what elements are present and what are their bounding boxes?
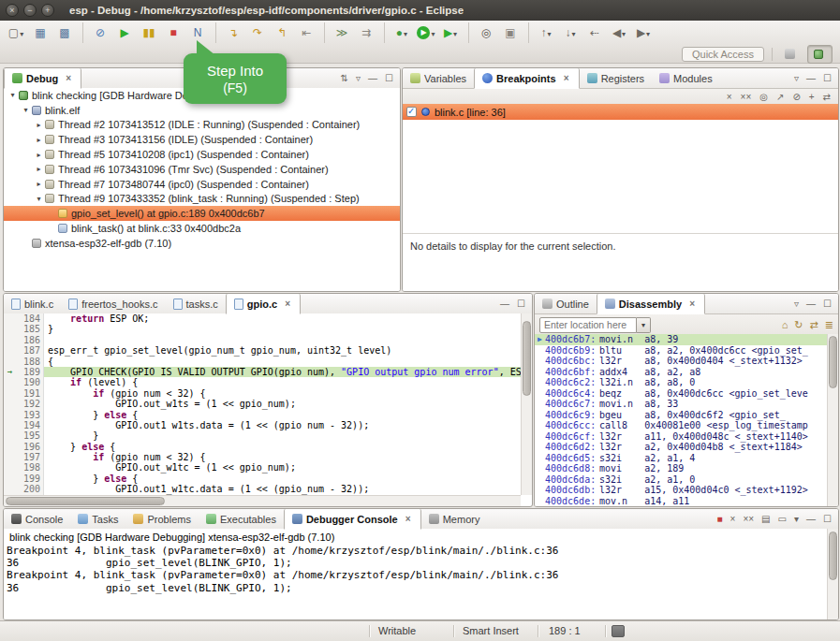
progress-monitor-icon[interactable] xyxy=(612,625,625,637)
dropdown-arrow-icon[interactable] xyxy=(453,27,457,38)
twisty-icon[interactable]: ▸ xyxy=(34,165,44,173)
scrollbar-thumb[interactable] xyxy=(523,321,531,396)
line-marker[interactable] xyxy=(4,399,16,409)
link-with-active-context-icon[interactable]: ⇄ xyxy=(810,320,818,329)
dropdown-arrow-icon[interactable] xyxy=(547,27,551,38)
disassembly-vertical-scrollbar[interactable] xyxy=(827,334,838,506)
tab-memory[interactable]: Memory xyxy=(421,509,488,529)
tab-outline[interactable]: Outline xyxy=(535,294,597,313)
maximize-icon[interactable]: ☐ xyxy=(517,299,525,309)
open-console-dropdown-icon[interactable]: ▾ xyxy=(794,515,799,524)
disassembly-line[interactable]: 400dc6b9: bltu a8, a2, 0x400dc6cc <gpio_… xyxy=(535,345,827,357)
line-marker[interactable] xyxy=(4,313,16,324)
code-line[interactable]: 194 GPIO.out1_w1ts.data = (1 << (gpio_nu… xyxy=(4,420,521,430)
dropdown-arrow-icon[interactable] xyxy=(20,27,23,38)
editor-code-area[interactable]: 184 return ESP_OK; 185 } 186 xyxy=(4,313,521,495)
breakpoint-checkbox[interactable] xyxy=(406,107,417,117)
dropdown-arrow-icon[interactable] xyxy=(571,27,575,38)
tab-debugger-console[interactable]: Debugger Console xyxy=(284,509,421,530)
tab-registers[interactable]: Registers xyxy=(580,68,652,88)
dropdown-arrow-icon[interactable] xyxy=(622,27,626,38)
disassembly-line[interactable]: 400dc6da: s32i a2, a1, 0 xyxy=(535,474,827,486)
terminate-icon[interactable]: ■ xyxy=(717,515,723,524)
minimize-icon[interactable]: — xyxy=(806,299,816,309)
remove-all-breakpoints-icon[interactable]: ×× xyxy=(741,93,752,102)
window-maximize-button[interactable]: + xyxy=(41,4,54,17)
step-into-button[interactable]: ↴ xyxy=(215,22,244,43)
location-dropdown-icon[interactable] xyxy=(637,317,651,333)
dropdown-arrow-icon[interactable] xyxy=(404,27,407,38)
code-line[interactable]: 184 return ESP_OK; xyxy=(4,313,521,324)
open-perspective-button[interactable] xyxy=(780,46,800,63)
twisty-icon[interactable]: ▸ xyxy=(34,180,44,188)
twisty-icon[interactable]: ▸ xyxy=(34,121,44,129)
thread-item[interactable]: ▾ Thread #9 1073433352 (blink_task : Run… xyxy=(4,192,400,207)
code-line[interactable]: 200 GPIO.out1_w1tc.data = (1 << (gpio_nu… xyxy=(4,484,521,494)
last-edit-location-button[interactable]: ⇠ xyxy=(583,22,606,43)
maximize-icon[interactable]: ☐ xyxy=(823,74,832,83)
line-marker[interactable]: → xyxy=(4,367,16,377)
stack-frame-item[interactable]: blink_task() at blink.c:33 0x400dbc2a xyxy=(4,221,400,236)
tab-tasks[interactable]: Tasks xyxy=(70,509,125,529)
clear-console-icon[interactable]: ▤ xyxy=(761,515,770,524)
location-input[interactable] xyxy=(539,317,637,333)
show-source-icon[interactable]: ≣ xyxy=(825,320,833,329)
disassembly-line[interactable]: 400dc6bf: addx4 a8, a2, a8 xyxy=(535,367,827,378)
line-marker[interactable] xyxy=(4,357,16,367)
code-line[interactable]: 192 GPIO.out_w1ts = (1 << gpio_num); xyxy=(4,399,521,409)
tab-breakpoints[interactable]: Breakpoints xyxy=(474,68,580,89)
window-close-button[interactable]: × xyxy=(6,4,19,17)
tab-close-icon[interactable] xyxy=(687,299,697,309)
tab-close-icon[interactable] xyxy=(562,73,571,83)
thread-item[interactable]: ▸ Thread #6 1073431096 (Tmr Svc) (Suspen… xyxy=(4,162,400,177)
link-with-debug-icon[interactable]: ⇄ xyxy=(823,93,831,102)
code-line[interactable]: 188 { xyxy=(4,357,521,367)
line-marker[interactable] xyxy=(4,430,16,441)
tab-disassembly[interactable]: Disassembly xyxy=(597,294,705,314)
drop-to-frame-button[interactable]: ⇤ xyxy=(295,22,317,43)
line-marker[interactable] xyxy=(4,377,16,387)
view-menu-icon[interactable]: ▿ xyxy=(794,74,799,83)
tab-tasks-c[interactable]: tasks.c xyxy=(166,294,226,313)
tab-problems[interactable]: Problems xyxy=(125,509,198,529)
skip-all-breakpoints-button[interactable]: ⊘ xyxy=(82,22,111,43)
refresh-icon[interactable]: ↻ xyxy=(794,320,803,329)
tab-debug[interactable]: Debug xyxy=(4,68,81,89)
forward-history-button[interactable]: ▶ xyxy=(632,22,655,43)
code-line[interactable]: 187 esp_err_t gpio_set_level(gpio_num_t … xyxy=(4,345,521,356)
disassembly-line[interactable]: 400dc6de: mov.n a14, a11 xyxy=(535,496,827,507)
remove-launch-icon[interactable]: × xyxy=(730,515,736,524)
dropdown-arrow-icon[interactable] xyxy=(431,27,435,38)
maximize-icon[interactable]: ☐ xyxy=(823,299,832,309)
tab-modules[interactable]: Modules xyxy=(652,68,720,88)
line-marker[interactable] xyxy=(4,473,16,484)
tab-console[interactable]: Console xyxy=(4,509,70,529)
disassembly-listing[interactable]: ▶ 400dc6b7: movi.n a8, 39 400dc6b9: bltu… xyxy=(535,334,827,506)
line-marker[interactable] xyxy=(4,345,16,356)
search-button[interactable]: ◎ xyxy=(468,22,497,43)
code-line[interactable]: → 189 GPIO_CHECK(GPIO_IS_VALID_OUTPUT_GP… xyxy=(4,367,521,377)
twisty-icon[interactable]: ▾ xyxy=(7,91,18,99)
console-output[interactable]: blink checking [GDB Hardware Debugging] … xyxy=(4,529,827,619)
minimize-icon[interactable]: — xyxy=(368,74,377,83)
editor-horizontal-scrollbar[interactable] xyxy=(4,495,521,506)
code-line[interactable]: 191 if (gpio_num < 32) { xyxy=(4,388,521,399)
tab-blink-c[interactable]: blink.c xyxy=(4,294,61,313)
display-selected-console-icon[interactable]: ▭ xyxy=(778,515,787,524)
instruction-stepping-toggle[interactable]: ≫ xyxy=(324,22,353,43)
dropdown-arrow-icon[interactable] xyxy=(646,27,650,38)
line-marker[interactable] xyxy=(4,452,16,462)
home-icon[interactable]: ⌂ xyxy=(782,320,788,329)
view-menu-icon[interactable]: ▿ xyxy=(794,299,799,309)
line-marker[interactable] xyxy=(4,388,16,399)
remove-all-terminated-icon[interactable]: ×× xyxy=(743,515,754,524)
disassembly-line[interactable]: 400dc6bc: l32r a8, 0x400d0404 <_stext+11… xyxy=(535,356,827,367)
disassembly-line[interactable]: 400dc6d5: s32i a2, a1, 4 xyxy=(535,453,827,464)
disassembly-line[interactable]: 400dc6c2: l32i.n a8, a8, 0 xyxy=(535,377,827,388)
run-button[interactable]: ▶ xyxy=(415,22,437,43)
scrollbar-thumb[interactable] xyxy=(829,532,837,580)
skip-all-breakpoints-icon[interactable]: ⊘ xyxy=(792,93,800,102)
tab-close-icon[interactable] xyxy=(283,299,292,309)
twisty-icon[interactable]: ▾ xyxy=(21,106,31,114)
go-to-file-icon[interactable]: ↗ xyxy=(776,93,784,102)
